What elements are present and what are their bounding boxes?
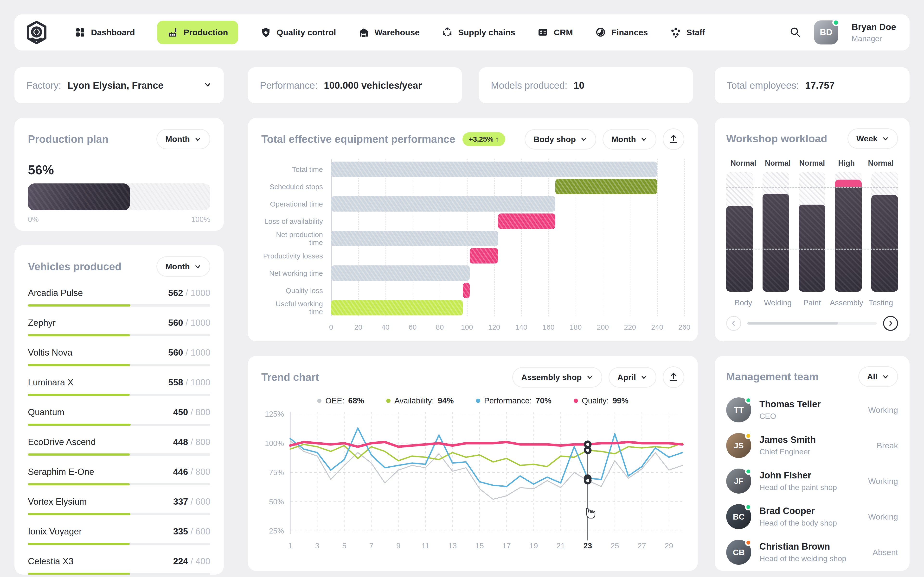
teep-gridline xyxy=(684,159,685,316)
member-status: Absent xyxy=(872,548,898,557)
models-produced-card: Models produced:10 xyxy=(479,67,693,103)
scrollbar-track[interactable] xyxy=(747,322,877,324)
legend-dot xyxy=(476,399,480,403)
teep-row-track xyxy=(331,178,684,195)
nav-item-staff[interactable]: Staff xyxy=(670,27,705,38)
quality-icon xyxy=(260,27,271,38)
trend-legend: OEE:68%Availability:94%Performance:70%Qu… xyxy=(261,396,684,405)
chevron-down-icon xyxy=(580,135,587,143)
teep-bar-operational-time[interactable] xyxy=(331,196,556,211)
member-avatar: JS xyxy=(726,433,751,458)
nav-item-crm[interactable]: CRM xyxy=(537,27,573,38)
workload-column-testing[interactable] xyxy=(871,172,898,292)
teep-bar-net-working-time[interactable] xyxy=(331,266,470,281)
trend-period-dropdown[interactable]: April xyxy=(609,367,656,388)
trend-x-tick: 29 xyxy=(665,542,673,550)
workload-column-paint[interactable] xyxy=(799,172,825,292)
management-title: Management team xyxy=(726,371,819,383)
member-role: Head of the welding shop xyxy=(759,554,868,563)
vehicle-name: Voltis Nova xyxy=(28,348,73,358)
nav-item-supply-chains[interactable]: Supply chains xyxy=(442,27,515,38)
teep-row-label: Productivity losses xyxy=(261,247,331,264)
teep-bar-productivity-losses[interactable] xyxy=(470,248,498,263)
legend-value: 99% xyxy=(613,396,628,405)
user-block[interactable]: Bryan Doe Manager xyxy=(851,22,896,43)
legend-value: 94% xyxy=(438,396,454,405)
vehicle-count: 335 / 600 xyxy=(173,527,210,537)
teep-row-track xyxy=(331,299,684,316)
crm-icon xyxy=(537,27,548,38)
teep-bar-scheduled-stops[interactable] xyxy=(556,179,657,194)
workload-fill xyxy=(835,187,862,292)
factory-card[interactable]: Factory:Lyon Elysian, France xyxy=(15,67,224,103)
legend-dot xyxy=(317,399,321,403)
member-initials: TT xyxy=(734,405,744,415)
vehicle-progress-fill xyxy=(28,334,130,336)
trend-shop-dropdown[interactable]: Assembly shop xyxy=(512,367,602,388)
info-cards-row: Factory:Lyon Elysian, FrancePerformance:… xyxy=(15,67,909,103)
chevron-down-icon xyxy=(640,374,648,381)
info-value: 100.000 vehicles/year xyxy=(324,80,422,91)
nav-item-production[interactable]: Production xyxy=(157,21,238,44)
cursor-hand-icon xyxy=(586,508,595,518)
right-column: Workshop workload Week NormalNormalNorma… xyxy=(715,118,909,575)
teep-bar-useful-working-time[interactable] xyxy=(331,300,463,316)
workload-column-welding[interactable] xyxy=(762,172,789,292)
teep-shop-dropdown[interactable]: Body shop xyxy=(525,129,596,150)
production-dashboard: DashboardProductionQuality controlWareho… xyxy=(0,0,924,577)
member-name: James Smith xyxy=(759,435,872,445)
member-name: John Fisher xyxy=(759,470,863,480)
trend-x-tick: 19 xyxy=(529,542,538,550)
member-status: Break xyxy=(877,441,898,450)
nav-item-warehouse[interactable]: Warehouse xyxy=(358,27,420,38)
member-status-dot xyxy=(745,539,752,546)
management-filter-dropdown[interactable]: All xyxy=(858,366,898,387)
vehicles-period-dropdown[interactable]: Month xyxy=(157,256,210,277)
trend-x-tick: 25 xyxy=(611,542,619,550)
teep-row-track xyxy=(331,230,684,247)
teep-export-button[interactable] xyxy=(663,128,684,150)
legend-value: 70% xyxy=(536,396,551,405)
workload-column-body[interactable] xyxy=(726,172,753,292)
production-plan-progressbar xyxy=(28,184,210,210)
trend-export-button[interactable] xyxy=(663,366,684,388)
teep-bar-net-production-time[interactable] xyxy=(331,231,498,246)
nav-item-quality-control[interactable]: Quality control xyxy=(260,27,336,38)
nav-item-label: Dashboard xyxy=(91,27,135,37)
period-label: Month xyxy=(611,135,636,144)
team-member-row[interactable]: BCBrad CooperHead of the body shopWorkin… xyxy=(726,504,898,529)
workload-column-assembly[interactable] xyxy=(835,172,862,292)
teep-period-dropdown[interactable]: Month xyxy=(603,129,656,150)
scale-min: 0% xyxy=(28,215,39,224)
management-list: TTThomas TellerCEOWorkingJSJames SmithCh… xyxy=(726,397,898,571)
nav-item-finances[interactable]: Finances xyxy=(595,27,648,38)
avatar[interactable]: BD xyxy=(814,21,838,45)
team-member-row[interactable]: CBChristian BrownHead of the welding sho… xyxy=(726,540,898,565)
vehicle-count: 448 / 800 xyxy=(173,437,210,447)
workload-period-dropdown[interactable]: Week xyxy=(848,128,898,149)
teep-bar-quality-loss[interactable] xyxy=(463,283,470,298)
trend-line-chart[interactable]: 125%100%75%50%25%13579111315171921232527… xyxy=(261,408,684,557)
nav-item-label: CRM xyxy=(554,27,573,37)
filter-label: All xyxy=(867,372,877,381)
nav-item-dashboard[interactable]: Dashboard xyxy=(74,27,135,38)
search-icon[interactable] xyxy=(790,26,801,39)
production-plan-period-dropdown[interactable]: Month xyxy=(157,129,210,149)
scrollbar-thumb[interactable] xyxy=(747,322,838,324)
teep-axis-tick: 120 xyxy=(488,323,500,331)
scroll-left-button[interactable] xyxy=(726,316,741,331)
member-status-dot xyxy=(745,468,752,475)
teep-axis-tick: 100 xyxy=(461,323,473,331)
member-status: Working xyxy=(868,512,898,521)
teep-bar-loss-of-availability[interactable] xyxy=(498,213,555,229)
production-plan-title: Production plan xyxy=(28,133,108,145)
scroll-right-button[interactable] xyxy=(883,316,898,331)
member-role: Chief Engineer xyxy=(759,447,872,456)
teep-bar-total-time[interactable] xyxy=(331,161,657,177)
team-member-row[interactable]: JFJohn FisherHead of the paint shopWorki… xyxy=(726,469,898,493)
legend-item-oee: OEE:68% xyxy=(317,396,364,405)
vehicle-count: 446 / 800 xyxy=(173,467,210,477)
team-member-row[interactable]: JSJames SmithChief EngineerBreak xyxy=(726,433,898,458)
team-member-row[interactable]: TTThomas TellerCEOWorking xyxy=(726,397,898,422)
chevron-down-icon[interactable] xyxy=(204,80,212,91)
